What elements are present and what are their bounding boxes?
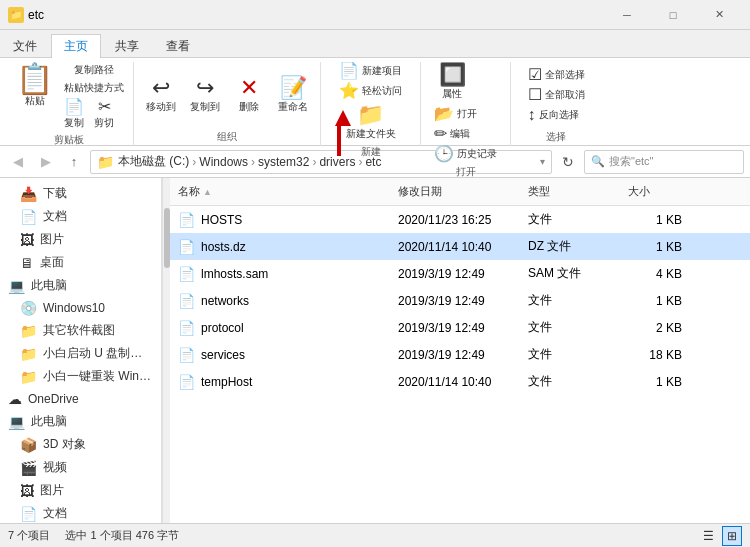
- properties-button[interactable]: 🔲 属性: [431, 62, 473, 103]
- file-row-1[interactable]: 📄hosts.dz2020/11/14 10:40DZ 文件1 KB: [170, 233, 750, 260]
- sidebar-item-label-4: 此电脑: [31, 277, 67, 294]
- file-date-6: 2020/11/14 10:40: [390, 373, 520, 391]
- delete-button[interactable]: ✕ 删除: [228, 75, 270, 116]
- sidebar-item-icon-14: 📄: [20, 506, 37, 522]
- path-part-2: Windows: [199, 155, 248, 169]
- sidebar-item-icon-1: 📄: [20, 209, 37, 225]
- back-button[interactable]: ◀: [6, 150, 30, 174]
- sidebar-item-10[interactable]: 💻此电脑: [0, 410, 161, 433]
- sidebar-item-14[interactable]: 📄文档: [0, 502, 161, 523]
- sidebar-item-label-1: 文档: [43, 208, 67, 225]
- sidebar-scroll-thumb[interactable]: [164, 208, 170, 268]
- col-header-date[interactable]: 修改日期: [390, 182, 520, 201]
- move-to-button[interactable]: ↩ 移动到: [140, 75, 182, 116]
- file-name-1: 📄hosts.dz: [170, 237, 390, 257]
- file-row-2[interactable]: 📄lmhosts.sam2019/3/19 12:49SAM 文件4 KB: [170, 260, 750, 287]
- sidebar-item-5[interactable]: 💿Windows10: [0, 297, 161, 319]
- paste-shortcut-button[interactable]: 粘贴快捷方式: [61, 80, 127, 96]
- copy-to-button[interactable]: ↪ 复制到: [184, 75, 226, 116]
- file-date-4: 2019/3/19 12:49: [390, 319, 520, 337]
- col-header-name[interactable]: 名称 ▲: [170, 182, 390, 201]
- rename-button[interactable]: 📝 重命名: [272, 75, 314, 116]
- file-type-3: 文件: [520, 290, 620, 311]
- sidebar-item-2[interactable]: 🖼图片: [0, 228, 161, 251]
- sidebar-item-label-13: 图片: [40, 482, 64, 499]
- titlebar-left: 📁 etc: [8, 7, 44, 23]
- sidebar-item-label-10: 此电脑: [31, 413, 67, 430]
- sidebar-item-icon-0: 📥: [20, 186, 37, 202]
- select-none-button[interactable]: ☐ 全部取消: [525, 86, 588, 104]
- copy-button[interactable]: 📄 复制: [61, 98, 87, 131]
- sidebar-item-7[interactable]: 📁小白启动 U 盘制作步: [0, 342, 161, 365]
- sidebar-item-icon-2: 🖼: [20, 232, 34, 248]
- open-button[interactable]: 📂 打开: [431, 105, 480, 123]
- edit-button[interactable]: ✏ 编辑: [431, 125, 473, 143]
- file-row-4[interactable]: 📄protocol2019/3/19 12:49文件2 KB: [170, 314, 750, 341]
- sidebar-item-9[interactable]: ☁OneDrive: [0, 388, 161, 410]
- sidebar-item-label-5: Windows10: [43, 301, 105, 315]
- sidebar-item-11[interactable]: 📦3D 对象: [0, 433, 161, 456]
- sidebar-item-3[interactable]: 🖥桌面: [0, 251, 161, 274]
- file-date-3: 2019/3/19 12:49: [390, 292, 520, 310]
- invert-selection-button[interactable]: ↕ 反向选择: [525, 106, 582, 124]
- search-box[interactable]: 🔍 搜索"etc": [584, 150, 744, 174]
- file-size-5: 18 KB: [620, 346, 690, 364]
- sidebar-item-icon-10: 💻: [8, 414, 25, 430]
- file-name-3: 📄networks: [170, 291, 390, 311]
- sidebar-item-label-0: 下载: [43, 185, 67, 202]
- sidebar-item-12[interactable]: 🎬视频: [0, 456, 161, 479]
- file-icon-4: 📄: [178, 320, 195, 336]
- history-button[interactable]: 🕒 历史记录: [431, 145, 500, 163]
- ribbon-tabs: 文件 主页 共享 查看: [0, 30, 750, 58]
- tab-file[interactable]: 文件: [0, 34, 50, 58]
- file-icon-6: 📄: [178, 374, 195, 390]
- sidebar-item-label-14: 文档: [43, 505, 67, 522]
- details-view-button[interactable]: ☰: [698, 526, 718, 546]
- easy-access-button[interactable]: ⭐ 轻松访问: [336, 82, 405, 100]
- cut-button[interactable]: ✂ 剪切: [91, 98, 117, 131]
- maximize-button[interactable]: □: [650, 0, 696, 30]
- tab-home[interactable]: 主页: [51, 34, 101, 58]
- refresh-button[interactable]: ↻: [556, 150, 580, 174]
- red-arrow-indicator: [335, 110, 351, 126]
- sidebar-item-label-9: OneDrive: [28, 392, 79, 406]
- sidebar-item-8[interactable]: 📁小白一键重装 Win7 ‥: [0, 365, 161, 388]
- new-item-button[interactable]: 📄 新建项目: [336, 62, 405, 80]
- sidebar-item-13[interactable]: 🖼图片: [0, 479, 161, 502]
- forward-button[interactable]: ▶: [34, 150, 58, 174]
- file-row-5[interactable]: 📄services2019/3/19 12:49文件18 KB: [170, 341, 750, 368]
- sidebar-item-label-7: 小白启动 U 盘制作步: [43, 345, 153, 362]
- col-header-type[interactable]: 类型: [520, 182, 620, 201]
- paste-icon: 📋: [16, 64, 53, 94]
- file-list: 📄HOSTS2020/11/23 16:25文件1 KB📄hosts.dz202…: [170, 206, 750, 523]
- select-all-button[interactable]: ☑ 全部选择: [525, 66, 588, 84]
- folder-icon: 📁: [357, 104, 384, 126]
- sidebar-item-4[interactable]: 💻此电脑: [0, 274, 161, 297]
- sidebar-item-icon-9: ☁: [8, 391, 22, 407]
- new-label: 新建: [361, 145, 381, 161]
- sidebar-scrollbar[interactable]: [162, 178, 170, 523]
- col-header-size[interactable]: 大小: [620, 182, 690, 201]
- sidebar-item-label-6: 其它软件截图: [43, 322, 115, 339]
- folder-icon: 📁: [8, 7, 24, 23]
- view-controls: ☰ ⊞: [698, 526, 742, 546]
- file-row-0[interactable]: 📄HOSTS2020/11/23 16:25文件1 KB: [170, 206, 750, 233]
- status-items-count: 7 个项目 选中 1 个项目 476 字节: [8, 528, 179, 543]
- file-row-3[interactable]: 📄networks2019/3/19 12:49文件1 KB: [170, 287, 750, 314]
- tab-view[interactable]: 查看: [153, 34, 203, 58]
- list-view-button[interactable]: ⊞: [722, 526, 742, 546]
- sidebar-item-1[interactable]: 📄文档: [0, 205, 161, 228]
- sidebar-item-0[interactable]: 📥下载: [0, 182, 161, 205]
- up-button[interactable]: ↑: [62, 150, 86, 174]
- paste-button[interactable]: 📋 粘贴: [10, 62, 59, 131]
- delete-icon: ✕: [240, 77, 258, 99]
- file-size-2: 4 KB: [620, 265, 690, 283]
- minimize-button[interactable]: ─: [604, 0, 650, 30]
- close-button[interactable]: ✕: [696, 0, 742, 30]
- open-group: 🔲 属性 📂 打开 ✏ 编辑 🕒 历史记录 打开: [421, 62, 511, 146]
- copy-path-button[interactable]: 复制路径: [61, 62, 127, 78]
- file-name-5: 📄services: [170, 345, 390, 365]
- sidebar-item-6[interactable]: 📁其它软件截图: [0, 319, 161, 342]
- file-row-6[interactable]: 📄tempHost2020/11/14 10:40文件1 KB: [170, 368, 750, 395]
- tab-share[interactable]: 共享: [102, 34, 152, 58]
